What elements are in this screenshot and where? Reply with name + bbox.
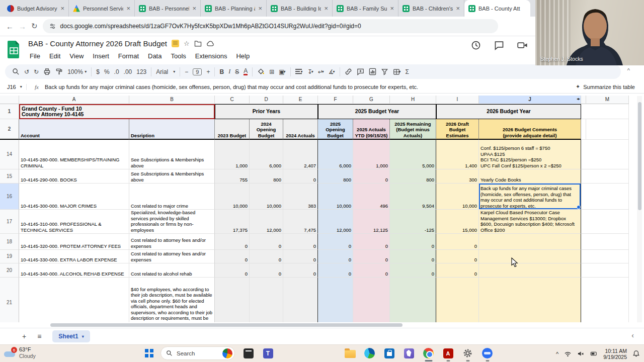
taskbar-weather-widget[interactable]: 6 63°FCloudy: [4, 346, 36, 359]
browser-tab[interactable]: BAB - Children's×: [398, 0, 464, 17]
volume-muted-icon[interactable]: [577, 350, 585, 357]
description-cell[interactable]: Cost related to major crime: [129, 184, 215, 210]
remaining-2025-cell[interactable]: 0: [390, 263, 436, 278]
taskbar-app-settings[interactable]: [461, 347, 474, 359]
menu-file[interactable]: File: [26, 51, 44, 61]
start-button[interactable]: [145, 349, 153, 357]
menu-tools[interactable]: Tools: [167, 51, 189, 61]
fund-title-cell[interactable]: Grand County - Fund 10 County Attorney 1…: [19, 104, 215, 119]
draft-2026-cell[interactable]: 10,000: [436, 184, 479, 210]
actuals-2025-cell[interactable]: 12,125: [353, 210, 390, 234]
actuals-2024-cell[interactable]: 0: [283, 169, 318, 184]
paint-format-icon[interactable]: [55, 68, 63, 75]
font-size-input[interactable]: 9: [193, 68, 202, 75]
row-number[interactable]: 15: [0, 169, 19, 184]
opening-2025-cell[interactable]: 12,000: [318, 210, 353, 234]
row-number[interactable]: 21: [0, 278, 19, 322]
tab-close-icon[interactable]: ×: [456, 5, 460, 12]
draft-2026-cell[interactable]: 1,400: [436, 140, 479, 169]
merge-cells-icon[interactable]: ▣▾: [279, 68, 285, 75]
font-select[interactable]: Arial ▾: [156, 68, 175, 75]
comments-2026-cell[interactable]: Back up funds for any major criminal cas…: [479, 184, 581, 210]
filter-icon[interactable]: [381, 68, 388, 75]
browser-tab[interactable]: BAB - Planning &×: [201, 0, 267, 17]
prior-years-header[interactable]: Prior Years: [215, 104, 318, 119]
zoom-select[interactable]: 100% ▾: [67, 68, 87, 75]
borders-icon[interactable]: ⊞: [269, 68, 274, 75]
tray-chevron-icon[interactable]: ^: [556, 351, 558, 357]
insert-comment-icon[interactable]: [357, 68, 364, 75]
taskbar-app-store[interactable]: [383, 347, 395, 359]
increase-font-size-button[interactable]: +: [206, 68, 210, 75]
draft-2026-header-cell[interactable]: 2026 Draft Budget Estimates: [436, 119, 479, 140]
format-percent-button[interactable]: %: [104, 68, 110, 75]
strikethrough-button[interactable]: S: [235, 68, 239, 75]
column-header-a[interactable]: A: [19, 96, 129, 104]
actuals-2025-cell[interactable]: 496: [353, 184, 390, 210]
budget-2023-cell[interactable]: [215, 278, 250, 322]
menu-edit[interactable]: Edit: [46, 51, 64, 61]
tab-close-icon[interactable]: ×: [390, 5, 394, 12]
column-header-e[interactable]: E: [283, 96, 318, 104]
move-folder-icon[interactable]: [194, 40, 202, 47]
description-cell[interactable]: Cost related to alcohol rehab: [129, 263, 215, 278]
opening-2024-cell[interactable]: 0: [250, 263, 283, 278]
draft-2026-cell[interactable]: [436, 278, 479, 322]
remaining-2025-header-cell[interactable]: 2025 Remaining (Budget minus Actuals): [390, 119, 436, 140]
budget-year-2025-header[interactable]: 2025 Budget Year: [318, 104, 436, 119]
account-cell[interactable]: 10-4145-280-000. MEMBERSHIPS/TRAINING CR…: [19, 140, 129, 169]
actuals-2025-cell[interactable]: 1,000: [353, 140, 390, 169]
opening-2024-cell[interactable]: [250, 278, 283, 322]
remaining-2025-cell[interactable]: 800: [390, 169, 436, 184]
menu-data[interactable]: Data: [144, 51, 165, 61]
remaining-2025-cell[interactable]: [390, 278, 436, 322]
battery-icon[interactable]: [590, 350, 598, 357]
row-number[interactable]: 14: [0, 140, 19, 169]
column-header-c[interactable]: C: [215, 96, 250, 104]
budget-2023-cell[interactable]: 17,375: [215, 210, 250, 234]
print-icon[interactable]: [43, 68, 51, 75]
taskbar-search[interactable]: Search: [160, 346, 235, 360]
redo-icon[interactable]: ↻: [34, 68, 39, 75]
actuals-2025-cell[interactable]: [353, 278, 390, 322]
opening-2025-header-cell[interactable]: 2025 Opening Budget: [318, 119, 353, 140]
opening-2025-cell[interactable]: 800: [318, 169, 353, 184]
column-header-g[interactable]: G: [353, 96, 390, 104]
remaining-2025-cell[interactable]: 0: [390, 250, 436, 263]
actuals-2024-cell[interactable]: [283, 278, 318, 322]
comments-2026-cell[interactable]: [479, 250, 581, 263]
column-m-cell[interactable]: [586, 210, 629, 234]
column-m-cell[interactable]: [586, 278, 629, 322]
scroll-left-icon[interactable]: ‹: [631, 331, 634, 339]
vertical-scrollbar[interactable]: [637, 96, 642, 322]
bold-button[interactable]: B: [219, 68, 224, 75]
summarize-table-button[interactable]: ✦Summarize this table: [576, 83, 644, 90]
budget-year-2026-header[interactable]: 2026 Budget Year: [436, 104, 581, 119]
column-m-cell[interactable]: [586, 169, 629, 184]
opening-2024-cell[interactable]: 10,000: [250, 184, 283, 210]
text-wrap-icon[interactable]: ↵▾: [318, 68, 324, 75]
tab-close-icon[interactable]: ×: [258, 5, 262, 12]
account-cell[interactable]: 10-4145-340-000. ALCOHOL REHAB EXPENSE: [19, 263, 129, 278]
opening-2024-cell[interactable]: 12,000: [250, 210, 283, 234]
taskbar-app-teams[interactable]: T: [262, 347, 274, 359]
tab-close-icon[interactable]: ×: [60, 5, 64, 12]
vertical-align-icon[interactable]: ↧▾: [307, 68, 313, 75]
toolbar-search-icon[interactable]: [12, 68, 20, 75]
clock-widget[interactable]: 10:11 AM9/19/2025: [603, 348, 627, 360]
add-sheet-button[interactable]: +: [22, 332, 26, 340]
budget-2023-cell[interactable]: 0: [215, 250, 250, 263]
more-formats-button[interactable]: 123: [136, 68, 146, 75]
budget-2023-cell[interactable]: 1,000: [215, 140, 250, 169]
budget-2023-header-cell[interactable]: 2023 Budget: [215, 119, 250, 140]
decrease-font-size-button[interactable]: −: [185, 68, 188, 75]
budget-2023-cell[interactable]: 10,000: [215, 184, 250, 210]
actuals-2025-cell[interactable]: 0: [353, 234, 390, 250]
actuals-2024-cell[interactable]: 7,475: [283, 210, 318, 234]
column-header-b[interactable]: B: [129, 96, 215, 104]
budget-2023-cell[interactable]: 0: [215, 263, 250, 278]
actuals-2024-cell[interactable]: 383: [283, 184, 318, 210]
taskbar-app-zoom[interactable]: [481, 347, 494, 359]
actuals-2025-cell[interactable]: 0: [353, 169, 390, 184]
menu-insert[interactable]: Insert: [89, 51, 113, 61]
